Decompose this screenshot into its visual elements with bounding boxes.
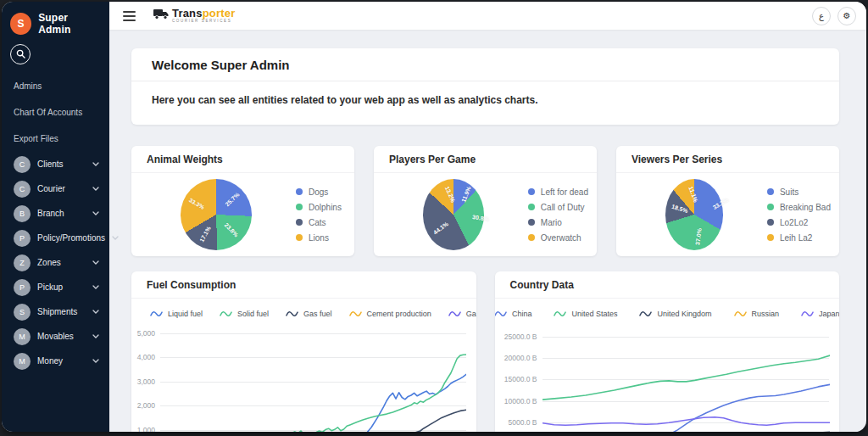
sidebar-item-export-files[interactable]: Export Files <box>2 126 109 152</box>
country-data-card: Country Data ChinaUnited StatesUnited Ki… <box>495 271 840 432</box>
pie-datalabel: 23.8% <box>224 222 240 238</box>
legend-dot <box>767 234 774 241</box>
legend-item[interactable]: Lions <box>296 233 342 243</box>
app-logo[interactable]: Transporter COURIER SERVICES <box>153 8 235 24</box>
legend-item[interactable]: Cement production <box>349 306 431 321</box>
sidebar-item-courier[interactable]: CCourier <box>2 176 109 201</box>
sidebar-item-zones[interactable]: ZZones <box>2 250 109 275</box>
y-tick-label: 4,000 <box>137 353 155 361</box>
legend-item[interactable]: Mario <box>528 218 588 227</box>
topbar: Transporter COURIER SERVICES ع ⚙ <box>109 2 866 30</box>
legend-dot <box>767 204 774 210</box>
sidebar-brand: S Super Admin <box>2 8 109 39</box>
sidebar-item-policy-promotions[interactable]: PPolicy/Promotions <box>2 226 109 250</box>
pie-datalabel: 37.0% <box>694 228 702 246</box>
legend-item[interactable]: Dogs <box>296 187 342 197</box>
line-series-icon <box>734 306 747 321</box>
pie-legend: Left for deadCall of DutyMarioOverwatch <box>528 187 588 243</box>
language-button[interactable]: ع <box>812 7 831 25</box>
legend-item[interactable]: Suits <box>767 187 831 197</box>
viewers-per-series-card: Viewers Per Series 33.3%37.0%18.5%11.1%S… <box>616 146 839 256</box>
group-initial-icon: M <box>14 353 31 370</box>
fuel-consumption-card: Fuel Consumption Liquid fuelSolid fuelGa… <box>131 271 476 432</box>
pie-legend: DogsDolphinsCatsLions <box>296 187 342 243</box>
legend-item[interactable]: Left for dead <box>528 187 588 197</box>
legend-item[interactable]: Gas flarinl <box>448 306 476 321</box>
pie-datalabel: 11.9% <box>461 185 473 203</box>
brand-name: Super Admin <box>38 12 101 36</box>
sidebar-item-admins[interactable]: Admins <box>2 73 109 99</box>
group-initial-icon: S <box>14 304 31 321</box>
legend-dot <box>296 204 303 210</box>
y-tick-label: 2,000 <box>137 401 155 410</box>
line-legend: Liquid fuelSolid fuelGas fuelCement prod… <box>131 299 476 324</box>
group-initial-icon: C <box>14 156 31 173</box>
pie-datalabel: 33.3% <box>711 197 729 210</box>
line-series-icon <box>801 306 814 321</box>
pie-chart[interactable]: 33.3%37.0%18.5%11.1% <box>665 179 723 250</box>
legend-item[interactable]: Japan <box>801 306 839 321</box>
pie-chart[interactable]: 25.7%23.8%17.1%33.3% <box>181 179 252 250</box>
legend-item[interactable]: China <box>495 306 532 321</box>
sidebar-item-chart-of-accounts[interactable]: Chart Of Accounts <box>2 99 109 126</box>
chart-title: Players Per Game <box>374 146 597 173</box>
group-initial-icon: C <box>14 181 31 198</box>
legend-item[interactable]: United Kingdom <box>639 306 711 321</box>
line-series-icon <box>554 306 566 321</box>
group-initial-icon: P <box>14 230 31 247</box>
sidebar-item-movables[interactable]: MMovables <box>2 324 109 349</box>
pie-datalabel: 25.7% <box>224 192 240 208</box>
app-window: S Super Admin Admins Chart Of Accounts E… <box>2 2 866 432</box>
pie-datalabel: 17.1% <box>199 225 213 243</box>
settings-button[interactable]: ⚙ <box>837 7 856 25</box>
legend-item[interactable]: United States <box>554 306 617 321</box>
line-chart-row: Fuel Consumption Liquid fuelSolid fuelGa… <box>131 271 839 432</box>
line-series-svg <box>542 327 830 432</box>
chart-title: Country Data <box>495 271 840 299</box>
animal-weights-card: Animal Weights 25.7%23.8%17.1%33.3%DogsD… <box>131 146 354 256</box>
pie-datalabel: 44.1% <box>432 221 449 236</box>
pie-chart[interactable]: 11.9%30.8%44.1%13.2% <box>423 179 484 250</box>
line-series-icon <box>220 306 232 321</box>
search-button[interactable] <box>10 44 31 64</box>
legend-dot <box>528 188 535 195</box>
sidebar-item-branch[interactable]: BBranch <box>2 201 109 226</box>
y-tick-label: 5,000 <box>137 329 155 338</box>
legend-item[interactable]: Dolphins <box>296 203 342 212</box>
legend-item[interactable]: Solid fuel <box>220 306 269 321</box>
chevron-down-icon <box>92 310 99 314</box>
page-title: Welcome Super Admin <box>131 48 839 81</box>
legend-item[interactable]: Leih La2 <box>767 233 831 243</box>
line-series-icon <box>150 306 163 321</box>
legend-item[interactable]: Russian <box>734 306 780 321</box>
menu-toggle-icon[interactable] <box>121 8 137 25</box>
chart-title: Viewers Per Series <box>616 146 839 173</box>
sidebar-item-money[interactable]: MMoney <box>2 349 109 373</box>
y-tick-label: 10000.0 B <box>504 397 537 405</box>
logo-wordmark: Transporter <box>172 8 235 19</box>
sidebar-item-pickup[interactable]: PPickup <box>2 275 109 299</box>
welcome-card: Welcome Super Admin Here you can see all… <box>131 48 839 125</box>
legend-item[interactable]: Gas fuel <box>286 306 332 321</box>
legend-item[interactable]: Lo2Lo2 <box>767 218 831 227</box>
legend-item[interactable]: Call of Duty <box>528 203 588 212</box>
line-series-icon <box>448 306 461 321</box>
pie-chart-row: Animal Weights 25.7%23.8%17.1%33.3%DogsD… <box>131 146 839 256</box>
y-tick-label: 25000.0 B <box>504 333 537 341</box>
avatar: S <box>10 13 31 35</box>
line-series-svg <box>160 327 466 432</box>
legend-dot <box>528 234 535 241</box>
legend-item[interactable]: Cats <box>296 218 342 227</box>
sidebar-item-clients[interactable]: CClients <box>2 152 109 176</box>
sidebar-groups: CClientsCCourierBBranchPPolicy/Promotion… <box>2 152 109 373</box>
players-per-game-card: Players Per Game 11.9%30.8%44.1%13.2%Lef… <box>374 146 597 256</box>
legend-item[interactable]: Liquid fuel <box>150 306 203 321</box>
logo-subtitle: COURIER SERVICES <box>172 20 235 24</box>
pie-datalabel: 11.1% <box>687 185 698 203</box>
group-initial-icon: B <box>14 205 31 222</box>
chevron-down-icon <box>92 162 99 166</box>
legend-item[interactable]: Overwatch <box>528 233 588 243</box>
y-tick-label: 20000.0 B <box>504 354 537 362</box>
legend-item[interactable]: Breaking Bad <box>767 203 831 212</box>
sidebar-item-shipments[interactable]: SShipments <box>2 299 109 324</box>
